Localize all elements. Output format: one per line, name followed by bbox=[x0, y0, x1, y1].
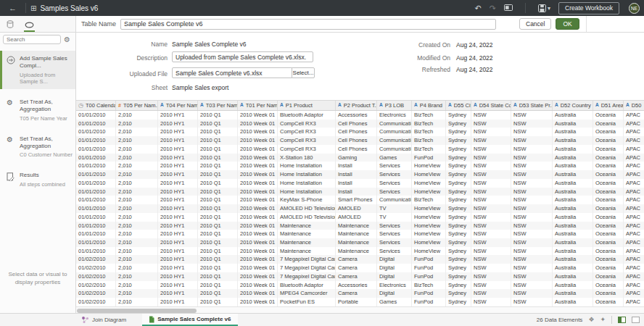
refreshed-label: Refreshed bbox=[334, 66, 450, 73]
step-title: Results bbox=[20, 172, 65, 179]
back-icon[interactable]: ← bbox=[4, 4, 21, 12]
text-type-icon: A bbox=[513, 103, 517, 108]
table-cell: APAC bbox=[624, 222, 644, 230]
table-cell: Sydney bbox=[446, 247, 471, 256]
table-cell: Sydney bbox=[446, 162, 471, 170]
preview-icon[interactable] bbox=[504, 4, 513, 12]
step-title: Set Treat As, Aggregation bbox=[20, 135, 73, 151]
table-cell: Oceania bbox=[593, 196, 624, 204]
grid-body: 01/01/20102,0102010 HY12010 Q12010 Week … bbox=[76, 111, 644, 306]
table-cell: BizTech bbox=[412, 145, 446, 154]
enrichment-sparkle-icon[interactable]: ✦ bbox=[600, 317, 606, 323]
table-cell: 01/01/2010 bbox=[76, 222, 116, 230]
prep-step[interactable]: ⚙Set Treat As, AggregationC0 Customer Nu… bbox=[0, 131, 75, 163]
save-menu-caret-icon[interactable]: ▾ bbox=[548, 5, 550, 12]
column-header-label: D53 State Pr... bbox=[519, 102, 553, 109]
table-cell: 01/01/2010 bbox=[76, 136, 116, 145]
prep-step[interactable]: ResultsAll steps combined bbox=[0, 167, 75, 191]
table-cell: 2,010 bbox=[116, 289, 158, 298]
text-type-icon: A bbox=[474, 103, 477, 108]
settings-gear-icon[interactable]: ⚙ bbox=[64, 36, 70, 43]
avatar[interactable]: NE bbox=[629, 3, 640, 14]
sidebar-tabs bbox=[0, 16, 76, 32]
table-cell: NSW bbox=[471, 230, 511, 238]
prep-step[interactable]: Add Sample Sales Compl...Uploaded from S… bbox=[0, 51, 75, 89]
table-cell: Gaming bbox=[336, 154, 377, 162]
header-divider-2 bbox=[525, 3, 526, 13]
column-header[interactable]: AP1 Product bbox=[278, 101, 336, 110]
content-area: ⚙ Add Sample Sales Compl...Uploaded from… bbox=[0, 33, 644, 313]
create-workbook-button[interactable]: Create Workbook bbox=[558, 2, 619, 14]
column-header[interactable]: AD52 Country ... bbox=[553, 101, 593, 110]
table-cell: 2,010 bbox=[116, 264, 158, 272]
step-subtitle: T05 Per Name Year bbox=[20, 115, 73, 122]
column-header[interactable]: AD50 bbox=[624, 101, 644, 110]
tab-data-elements[interactable] bbox=[6, 18, 15, 32]
table-cell: 2010 Q1 bbox=[198, 120, 238, 128]
table-cell: Australia bbox=[553, 255, 593, 264]
table-cell: 01/02/2010 bbox=[76, 264, 116, 272]
join-diagram-button[interactable]: Join Diagram bbox=[81, 316, 126, 324]
column-header[interactable]: AD55 City bbox=[446, 101, 471, 110]
table-row: 01/01/20102,0102010 HY12010 Q12010 Week … bbox=[76, 196, 644, 204]
column-header[interactable]: AP4 Brand bbox=[412, 101, 446, 110]
table-cell: Bluetooth Adaptor bbox=[278, 281, 336, 290]
table-cell: Digital bbox=[377, 272, 412, 281]
text-type-icon: A bbox=[595, 103, 599, 108]
tab-preparation-script[interactable] bbox=[24, 20, 35, 32]
table-cell: APAC bbox=[624, 238, 644, 247]
text-type-icon: A bbox=[200, 103, 204, 108]
ok-button[interactable]: OK bbox=[556, 18, 579, 30]
data-quality-icon[interactable]: ❖ bbox=[588, 317, 594, 323]
save-button[interactable]: ▾ bbox=[538, 4, 550, 12]
column-header[interactable]: AD53 State Pr... bbox=[511, 101, 553, 110]
table-cell: Oceania bbox=[593, 247, 624, 256]
table-cell: APAC bbox=[624, 298, 644, 306]
horizontal-scrollbar-thumb[interactable] bbox=[77, 309, 197, 313]
cancel-button[interactable]: Cancel bbox=[519, 18, 551, 30]
table-cell: Install bbox=[336, 179, 377, 188]
split-view-toggle-icon[interactable] bbox=[618, 317, 626, 323]
dataset-tab[interactable]: Sample Sales Complete v6 bbox=[142, 314, 237, 326]
footer-divider bbox=[611, 316, 612, 324]
table-cell: Oceania bbox=[593, 145, 624, 154]
table-name-input[interactable] bbox=[120, 19, 496, 30]
column-header[interactable]: AT04 Per Nam... bbox=[158, 101, 198, 110]
table-cell: NSW bbox=[511, 213, 553, 222]
table-cell: NSW bbox=[511, 272, 553, 281]
select-file-button[interactable]: Select... bbox=[292, 67, 315, 78]
table-cell: Australia bbox=[553, 128, 593, 136]
table-cell: NSW bbox=[471, 272, 511, 281]
add-data-step-icon bbox=[7, 56, 15, 64]
table-cell: HomeView bbox=[412, 204, 446, 213]
table-cell: HomeView bbox=[412, 222, 446, 230]
table-cell: Services bbox=[377, 247, 412, 256]
table-cell: APAC bbox=[624, 145, 644, 154]
search-input[interactable] bbox=[3, 35, 61, 44]
table-cell: 7 Megapixel Digital Camera bbox=[278, 264, 336, 272]
table-cell: NSW bbox=[471, 222, 511, 230]
column-header[interactable]: AT03 Per Nam... bbox=[198, 101, 238, 110]
column-header[interactable]: AD51 Area bbox=[593, 101, 624, 110]
undo-icon[interactable]: ↶ bbox=[475, 4, 482, 12]
column-header[interactable]: AP2 Product T... bbox=[336, 101, 377, 110]
table-cell: Oceania bbox=[593, 188, 624, 196]
table-cell: NSW bbox=[471, 128, 511, 136]
table-name-bar: Table Name Cancel OK bbox=[76, 16, 644, 32]
description-input[interactable] bbox=[172, 51, 313, 62]
step-title: Set Treat As, Aggregation bbox=[20, 99, 73, 114]
column-header[interactable]: AP3 LOB bbox=[377, 101, 412, 110]
column-header[interactable]: AT01 Per Nam... bbox=[238, 101, 278, 110]
save-icon bbox=[538, 4, 546, 12]
gear-icon: ⚙ bbox=[7, 99, 13, 106]
uploaded-file-input[interactable] bbox=[172, 67, 292, 78]
table-cell: MPEG4 Camcorder bbox=[278, 289, 336, 298]
table-cell: APAC bbox=[624, 136, 644, 145]
column-header[interactable]: ◷T00 Calendar ... bbox=[76, 101, 116, 110]
table-cell: NSW bbox=[511, 188, 553, 196]
column-header[interactable]: #T05 Per Nam... bbox=[116, 101, 158, 110]
prep-step[interactable]: ⚙Set Treat As, AggregationT05 Per Name Y… bbox=[0, 94, 75, 126]
column-header[interactable]: AD54 State Code bbox=[471, 101, 511, 110]
redo-icon[interactable]: ↷ bbox=[490, 4, 496, 12]
full-view-toggle-icon[interactable] bbox=[632, 317, 640, 323]
